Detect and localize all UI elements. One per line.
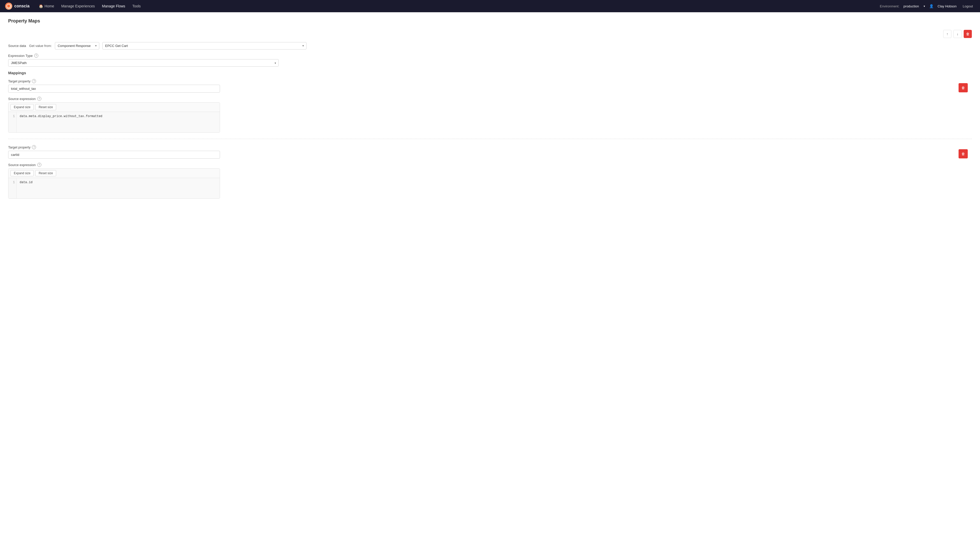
source-expression-2-label-row: Source expression ? [8,163,956,167]
source-expression-1-label-row: Source expression ? [8,97,956,101]
nav-home[interactable]: 🏠 Home [36,3,57,10]
nav-tools[interactable]: Tools [129,3,144,10]
main-content: Property Maps ↑ ↓ 🗑 Source data Get valu… [0,12,980,551]
expression-type-label-row: Expression Type ? [8,54,972,58]
target-property-2-group: Target property ? [8,145,956,159]
mapping-block-2: 🗑 Target property ? Source expression ? … [8,145,972,199]
line-numbers-2: 1 [8,178,17,198]
trash-icon-top: 🗑 [966,32,969,36]
target-property-1-help-icon[interactable]: ? [32,79,36,83]
user-icon: 👤 [929,4,934,8]
code-editor-1: Expand size Reset size 1 data.meta.displ… [8,102,220,133]
target-property-2-label: Target property [8,145,30,149]
nav-manage-experiences[interactable]: Manage Experiences [58,3,98,10]
target-property-1-label: Target property [8,79,30,83]
logout-button[interactable]: Logout [961,3,975,9]
environment-value: production [904,4,919,8]
expression-type-wrapper: JMESPath ▾ [8,59,279,67]
expand-size-2-button[interactable]: Expand size [11,170,34,176]
home-icon: 🏠 [39,4,43,8]
navbar-right: Environment: production ▾ 👤 Clay Hobson … [880,3,975,9]
action-buttons-top: ↑ ↓ 🗑 [8,30,972,38]
delete-mapping-1-button[interactable]: 🗑 [959,83,968,92]
source-select[interactable]: EPCC Get Cart [102,42,307,49]
mapping-divider [8,139,972,139]
code-content-1[interactable]: data.meta.display_price.without_tax.form… [17,112,220,132]
up-arrow-icon: ↑ [947,32,948,36]
reset-size-2-button[interactable]: Reset size [35,170,56,176]
nav-manage-flows[interactable]: Manage Flows [99,3,128,10]
source-expression-2-label: Source expression [8,163,36,167]
brand-logo [5,3,12,10]
code-editor-2-body: 1 data.id [8,178,220,198]
down-arrow-icon: ↓ [957,32,959,36]
trash-icon-mapping-1: 🗑 [961,86,965,90]
environment-label: Environment: [880,4,899,8]
delete-mapping-2-button[interactable]: 🗑 [959,149,968,159]
navbar: conscia 🏠 Home Manage Experiences Manage… [0,0,980,12]
user-name: Clay Hobson [938,4,956,8]
mappings-label: Mappings [8,71,972,75]
target-property-1-group: Target property ? [8,79,956,93]
source-expression-1-label: Source expression [8,97,36,101]
target-property-1-input[interactable] [8,85,220,93]
expression-type-help-icon[interactable]: ? [34,54,38,58]
svg-point-1 [8,5,10,7]
source-expression-1-group: Source expression ? Expand size Reset si… [8,97,956,133]
trash-icon-mapping-2: 🗑 [961,152,965,156]
target-property-1-label-row: Target property ? [8,79,956,83]
nav-links: 🏠 Home Manage Experiences Manage Flows T… [36,3,878,10]
source-expression-2-help-icon[interactable]: ? [37,163,41,167]
source-expression-1-help-icon[interactable]: ? [37,97,41,101]
target-property-1-input-wrapper [8,85,220,93]
source-data-label: Source data [8,44,26,48]
source-expression-2-group: Source expression ? Expand size Reset si… [8,163,956,199]
delete-property-map-button[interactable]: 🗑 [964,30,972,38]
get-value-label: Get value from: [29,44,52,48]
code-content-2[interactable]: data.id [17,178,220,198]
reset-size-1-button[interactable]: Reset size [35,104,56,110]
target-property-2-input-wrapper [8,151,220,159]
expand-size-1-button[interactable]: Expand size [11,104,34,110]
source-data-row: Source data Get value from: Component Re… [8,42,972,49]
target-property-2-help-icon[interactable]: ? [32,145,36,149]
environment-dropdown-icon[interactable]: ▾ [924,5,925,8]
expression-type-label: Expression Type [8,54,33,58]
get-value-from-select[interactable]: Component Response [55,42,99,49]
code-editor-2-toolbar: Expand size Reset size [8,168,220,178]
page-title: Property Maps [8,18,972,24]
code-editor-1-body: 1 data.meta.display_price.without_tax.fo… [8,112,220,132]
expression-type-select[interactable]: JMESPath [8,59,279,67]
move-up-button[interactable]: ↑ [943,30,951,38]
code-editor-1-toolbar: Expand size Reset size [8,103,220,112]
line-numbers-1: 1 [8,112,17,132]
target-property-2-input[interactable] [8,151,220,159]
target-property-2-label-row: Target property ? [8,145,956,149]
source-select-wrapper: EPCC Get Cart ▾ [102,42,307,49]
expression-type-group: Expression Type ? JMESPath ▾ [8,54,972,67]
brand-name: conscia [14,4,30,8]
mapping-block-1: 🗑 Target property ? Source expression ? … [8,79,972,133]
code-editor-2: Expand size Reset size 1 data.id [8,168,220,199]
brand: conscia [5,3,30,10]
get-value-from-wrapper: Component Response ▾ [55,42,99,49]
move-down-button[interactable]: ↓ [953,30,962,38]
